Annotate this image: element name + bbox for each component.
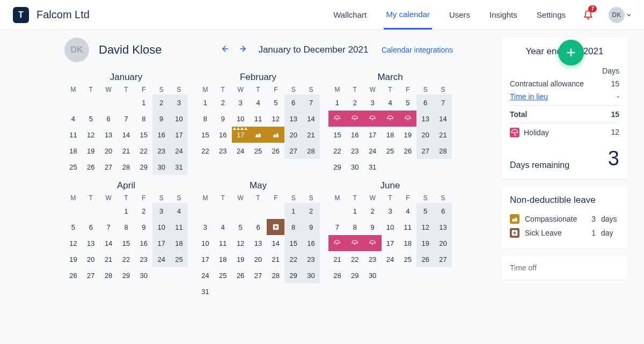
calendar-day[interactable]: 22 bbox=[196, 143, 214, 159]
nav-item-insights[interactable]: Insights bbox=[487, 1, 519, 28]
calendar-day[interactable]: 30 bbox=[152, 159, 170, 175]
calendar-day[interactable] bbox=[267, 127, 284, 143]
calendar-day[interactable]: 24 bbox=[170, 143, 188, 159]
calendar-day[interactable]: 17 bbox=[364, 127, 382, 143]
calendar-day[interactable]: 13 bbox=[250, 235, 267, 251]
calendar-day[interactable]: 9 bbox=[364, 219, 382, 235]
calendar-day[interactable]: 12 bbox=[232, 235, 250, 251]
calendar-day[interactable] bbox=[328, 111, 346, 127]
calendar-day[interactable]: 28 bbox=[118, 159, 135, 175]
calendar-day[interactable]: 7 bbox=[100, 219, 118, 235]
calendar-day[interactable]: 16 bbox=[214, 127, 232, 143]
calendar-day[interactable]: 18 bbox=[214, 251, 232, 267]
calendar-day[interactable]: 1 bbox=[328, 94, 346, 111]
calendar-day[interactable]: 18 bbox=[64, 143, 82, 159]
calendar-day[interactable]: 31 bbox=[170, 159, 188, 175]
calendar-day[interactable]: 18 bbox=[170, 235, 188, 251]
calendar-day[interactable]: 1 bbox=[284, 203, 302, 219]
calendar-day[interactable]: 28 bbox=[100, 267, 118, 283]
user-menu[interactable]: DK bbox=[609, 7, 631, 23]
calendar-day[interactable]: 17 bbox=[152, 235, 170, 251]
calendar-day[interactable] bbox=[346, 111, 364, 127]
calendar-integrations-link[interactable]: Calendar integrations bbox=[382, 46, 456, 54]
calendar-day[interactable]: 26 bbox=[82, 159, 100, 175]
calendar-day[interactable]: 8 bbox=[284, 219, 302, 235]
time-in-lieu-link[interactable]: Time in lieu bbox=[510, 92, 548, 101]
calendar-day[interactable]: 17 bbox=[232, 127, 250, 143]
calendar-day[interactable]: 2 bbox=[364, 203, 382, 219]
calendar-day[interactable]: 22 bbox=[346, 251, 364, 267]
calendar-day[interactable]: 26 bbox=[399, 143, 416, 159]
calendar-day[interactable]: 6 bbox=[284, 94, 302, 111]
calendar-day[interactable]: 9 bbox=[302, 219, 320, 235]
calendar-day[interactable]: 11 bbox=[170, 219, 188, 235]
calendar-day[interactable]: 1 bbox=[346, 203, 364, 219]
calendar-day[interactable]: 26 bbox=[267, 143, 284, 159]
calendar-day[interactable]: 10 bbox=[232, 111, 250, 127]
calendar-day[interactable]: 25 bbox=[214, 267, 232, 283]
calendar-day[interactable]: 14 bbox=[302, 111, 320, 127]
calendar-day[interactable]: 13 bbox=[416, 111, 434, 127]
calendar-day[interactable]: 25 bbox=[382, 143, 399, 159]
calendar-day[interactable]: 31 bbox=[196, 283, 214, 299]
calendar-day[interactable]: 12 bbox=[64, 235, 82, 251]
user-avatar[interactable]: DK bbox=[64, 38, 89, 62]
calendar-day[interactable]: 21 bbox=[434, 127, 452, 143]
calendar-day[interactable]: 20 bbox=[434, 235, 452, 251]
calendar-day[interactable]: 28 bbox=[302, 143, 320, 159]
calendar-day[interactable]: 5 bbox=[399, 94, 416, 111]
calendar-day[interactable] bbox=[328, 235, 346, 251]
calendar-day[interactable]: 21 bbox=[118, 143, 135, 159]
calendar-day[interactable]: 10 bbox=[382, 219, 399, 235]
calendar-day[interactable]: 31 bbox=[364, 159, 382, 175]
calendar-day[interactable]: 23 bbox=[302, 251, 320, 267]
calendar-day[interactable]: 20 bbox=[100, 143, 118, 159]
calendar-day[interactable]: 9 bbox=[135, 219, 152, 235]
calendar-day[interactable]: 28 bbox=[267, 267, 284, 283]
calendar-day[interactable] bbox=[250, 127, 267, 143]
calendar-day[interactable]: 26 bbox=[232, 267, 250, 283]
calendar-day[interactable]: 20 bbox=[284, 127, 302, 143]
calendar-day[interactable]: 13 bbox=[284, 111, 302, 127]
calendar-day[interactable]: 19 bbox=[416, 235, 434, 251]
calendar-day[interactable]: 20 bbox=[416, 127, 434, 143]
calendar-day[interactable]: 6 bbox=[250, 219, 267, 235]
calendar-day[interactable]: 7 bbox=[434, 94, 452, 111]
calendar-day[interactable]: 27 bbox=[434, 251, 452, 267]
notifications-bell-icon[interactable]: 7 bbox=[583, 9, 594, 21]
calendar-day[interactable]: 4 bbox=[170, 203, 188, 219]
calendar-day[interactable]: 4 bbox=[64, 111, 82, 127]
calendar-day[interactable]: 12 bbox=[267, 111, 284, 127]
calendar-day[interactable] bbox=[267, 219, 284, 235]
calendar-day[interactable]: 16 bbox=[152, 127, 170, 143]
calendar-day[interactable]: 12 bbox=[82, 127, 100, 143]
calendar-day[interactable]: 21 bbox=[100, 251, 118, 267]
calendar-day[interactable]: 15 bbox=[328, 127, 346, 143]
calendar-day[interactable]: 23 bbox=[135, 251, 152, 267]
calendar-day[interactable] bbox=[364, 235, 382, 251]
calendar-day[interactable]: 16 bbox=[302, 235, 320, 251]
calendar-day[interactable]: 30 bbox=[135, 267, 152, 283]
calendar-day[interactable]: 13 bbox=[82, 235, 100, 251]
calendar-day[interactable]: 13 bbox=[100, 127, 118, 143]
calendar-day[interactable]: 6 bbox=[434, 203, 452, 219]
calendar-day[interactable]: 3 bbox=[364, 94, 382, 111]
calendar-day[interactable]: 19 bbox=[64, 251, 82, 267]
calendar-day[interactable]: 5 bbox=[82, 111, 100, 127]
calendar-day[interactable]: 25 bbox=[64, 159, 82, 175]
calendar-day[interactable]: 29 bbox=[328, 159, 346, 175]
calendar-day[interactable]: 7 bbox=[302, 94, 320, 111]
calendar-day[interactable]: 20 bbox=[250, 251, 267, 267]
calendar-day[interactable] bbox=[346, 235, 364, 251]
calendar-day[interactable]: 8 bbox=[346, 219, 364, 235]
nav-item-users[interactable]: Users bbox=[447, 1, 472, 28]
calendar-day[interactable]: 15 bbox=[196, 127, 214, 143]
calendar-day[interactable]: 7 bbox=[118, 111, 135, 127]
calendar-day[interactable]: 27 bbox=[250, 267, 267, 283]
calendar-day[interactable]: 1 bbox=[196, 94, 214, 111]
calendar-day[interactable]: 1 bbox=[118, 203, 135, 219]
calendar-day[interactable]: 17 bbox=[382, 235, 399, 251]
calendar-day[interactable]: 24 bbox=[382, 251, 399, 267]
calendar-day[interactable]: 30 bbox=[346, 159, 364, 175]
calendar-day[interactable]: 23 bbox=[364, 251, 382, 267]
